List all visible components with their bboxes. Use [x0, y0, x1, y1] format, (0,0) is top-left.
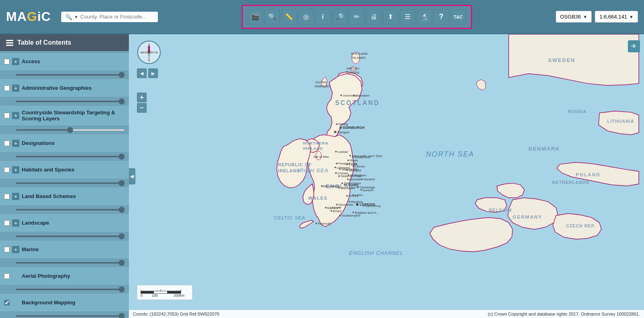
svg-point-43 [340, 95, 342, 96]
svg-text:Liverpool: Liverpool [337, 166, 350, 169]
toc-item-landscape: + Landscape [0, 215, 129, 231]
toc-slider-habitats[interactable] [15, 182, 125, 184]
toc-expand-land[interactable]: + [12, 193, 19, 200]
scale-label: 1:6,664,141 [599, 14, 627, 20]
svg-text:EDINBURGH: EDINBURGH [343, 126, 364, 130]
help-tool[interactable]: ? [434, 9, 449, 25]
toc-checkbox-access[interactable] [4, 59, 10, 64]
toc-group-marine: + Marine [0, 241, 129, 268]
toc-item-cs: + Countryside Stewardship Targeting & Sc… [0, 106, 129, 125]
search-dropdown-arrow[interactable]: ▼ [74, 14, 79, 19]
toc-group-landscape: + Landscape [0, 215, 129, 241]
search-bar[interactable]: 🔍 ▼ [61, 12, 158, 22]
toc-slider-marine[interactable] [15, 262, 125, 264]
toc-checkbox-aerial[interactable] [4, 273, 10, 279]
search-tool[interactable]: 🔍 [265, 9, 280, 25]
zoom-search-tool[interactable]: 🔎 [332, 9, 348, 25]
toc-slider-background[interactable] [15, 315, 125, 317]
toc-slider-wrap-cs [0, 125, 129, 134]
locate-tool[interactable]: ◎ [298, 9, 314, 25]
svg-point-73 [344, 184, 346, 186]
toc-label-access: Access [22, 58, 125, 64]
toc-checkbox-habitats[interactable] [4, 167, 10, 173]
toc-title: Table of Contents [17, 39, 71, 46]
toc-slider-admin[interactable] [15, 101, 125, 102]
zoom-controls: + − [137, 93, 147, 113]
toc-checkbox-admin[interactable] [4, 85, 10, 91]
print-tool[interactable]: 🖨 [366, 9, 381, 25]
export-tool[interactable]: ⬆ [383, 9, 398, 25]
zoom-in-button[interactable]: + [137, 93, 147, 102]
toc-slider-access[interactable] [15, 74, 125, 76]
svg-text:Carlisle: Carlisle [338, 150, 348, 154]
main-layout: Table of Contents + Access + Admin [0, 34, 644, 318]
edit-tool[interactable]: ✏ [349, 9, 364, 25]
toc-slider-aerial[interactable] [15, 289, 125, 290]
toc-group-land: + Land Based Schemes [0, 188, 129, 215]
layers-tool[interactable]: 🎬 [248, 9, 263, 25]
toc-label-designations: Designations [22, 140, 125, 146]
toc-slider-designations[interactable] [15, 156, 125, 157]
toc-expand-access[interactable]: + [12, 58, 19, 65]
toc-expand-cs[interactable]: + [12, 112, 19, 119]
toc-checkbox-land[interactable] [4, 194, 10, 199]
toc-slider-wrap-aerial [0, 285, 129, 294]
toc-expand-landscape[interactable]: + [12, 219, 19, 227]
toc-slider-wrap-habitats [0, 178, 129, 188]
toc-checkbox-landscape[interactable] [4, 220, 10, 226]
toc-item-marine: + Marine [0, 241, 129, 258]
projection-label: OSGB36 [560, 14, 581, 20]
toolbar-container: 🎬 🔍 📏 ◎ i 🔎 ✏ 🖨 ⬆ ☰ 🔬 ? T&C [164, 5, 550, 29]
toc-label-cs: Countryside Stewardship Targeting & Scor… [22, 109, 125, 122]
toc-slider-wrap-admin [0, 97, 129, 106]
toc-group-access: + Access [0, 53, 129, 80]
toc-checkbox-marine[interactable] [4, 247, 10, 252]
measure-tool[interactable]: 📏 [282, 9, 297, 25]
svg-point-59 [346, 195, 348, 197]
toc-item-background: Background Mapping [0, 294, 129, 311]
svg-text:SCOTLAND: SCOTLAND [335, 99, 379, 106]
search-input[interactable] [81, 14, 153, 20]
toc-checkbox-background[interactable] [4, 300, 10, 306]
svg-point-61 [330, 210, 332, 212]
info-tool[interactable]: i [315, 9, 331, 25]
eye-button[interactable]: 👁 [628, 40, 640, 52]
toc-checkbox-designations[interactable] [4, 140, 10, 146]
svg-text:100: 100 [152, 293, 158, 297]
svg-point-47 [336, 123, 338, 125]
svg-text:NORTH SEA: NORTH SEA [426, 150, 474, 158]
toc-slider-land[interactable] [15, 209, 125, 211]
svg-text:Lincoln: Lincoln [355, 165, 365, 168]
nav-forward-button[interactable]: ▶ [148, 68, 158, 78]
toc-label-landscape: Landscape [22, 220, 125, 226]
toc-slider-cs[interactable] [15, 129, 125, 131]
svg-text:Stoke-on-Trent: Stoke-on-Trent [341, 174, 362, 178]
list-tool[interactable]: ☰ [400, 9, 415, 25]
svg-text:Aberystwyth: Aberystwyth [323, 184, 340, 188]
toc-expand-marine[interactable]: + [12, 246, 19, 253]
svg-text:IRISH SEA: IRISH SEA [298, 167, 329, 173]
toc-label-admin: Administrative Geographies [22, 85, 125, 91]
svg-text:Brighton and H...: Brighton and H... [355, 211, 379, 215]
sidebar: Table of Contents + Access + Admin [0, 34, 129, 318]
zoom-out-button[interactable]: − [137, 103, 147, 113]
svg-text:ORKNEY: ORKNEY [346, 67, 360, 70]
scale-select[interactable]: 1:6,664,141 ▼ [595, 11, 638, 23]
toc-checkbox-cs[interactable] [4, 113, 10, 118]
compass: N S W E [137, 40, 161, 64]
map-area[interactable]: NORTH SEA IRISH SEA CELTIC SEA ENGLISH C… [129, 34, 644, 318]
svg-text:IRELAND: IRELAND [278, 168, 300, 173]
svg-point-23 [340, 126, 342, 129]
toc-expand-designations[interactable]: + [12, 140, 19, 147]
toc-slider-wrap-access [0, 70, 129, 79]
toc-slider-landscape[interactable] [15, 235, 125, 237]
toc-expand-habitats[interactable]: + [12, 166, 19, 173]
tc-tool[interactable]: T&C [451, 9, 466, 25]
detail-search-tool[interactable]: 🔬 [417, 9, 432, 25]
svg-text:200km: 200km [174, 293, 184, 297]
toc-expand-admin[interactable]: + [12, 85, 19, 92]
nav-back-button[interactable]: ◀ [137, 68, 147, 78]
projection-arrow: ▼ [583, 14, 588, 19]
projection-select[interactable]: OSGB36 ▼ [556, 11, 592, 23]
collapse-sidebar-button[interactable]: ◀ [129, 168, 135, 184]
